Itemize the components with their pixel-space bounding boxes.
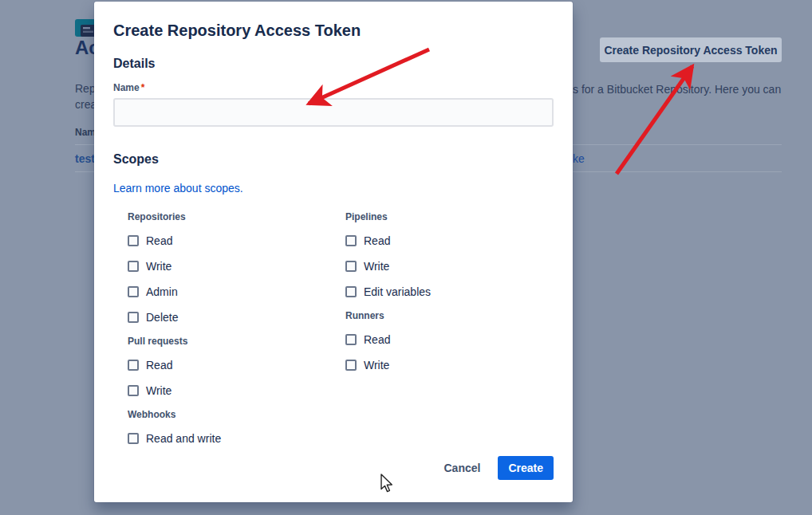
scope-checkbox-repositories-admin[interactable]: Admin — [128, 279, 345, 305]
name-label-text: Name — [113, 82, 140, 93]
scope-checkbox-repositories-delete[interactable]: Delete — [128, 305, 345, 330]
modal-title: Create Repository Access Token — [113, 21, 554, 40]
checkbox-icon[interactable] — [345, 286, 357, 297]
checkbox-icon[interactable] — [128, 261, 139, 272]
background-paragraph-right: s for a Bitbucket Repository. Here you c… — [573, 83, 781, 96]
scope-group-pull-requests: Pull requests — [128, 330, 345, 352]
background-paragraph-left-1: Rep — [75, 82, 96, 95]
scope-checkbox-runners-write[interactable]: Write — [345, 352, 554, 378]
scope-checkbox-webhooks-read-and-write[interactable]: Read and write — [128, 426, 345, 451]
scopes-column-left: Repositories Read Write Admin Delete Pul… — [128, 206, 345, 451]
scope-checkbox-runners-read[interactable]: Read — [345, 327, 554, 352]
checkbox-icon[interactable] — [345, 235, 357, 246]
background-token-link[interactable]: test — [75, 152, 95, 165]
scopes-grid: Repositories Read Write Admin Delete Pul… — [113, 206, 554, 451]
checkbox-icon[interactable] — [128, 385, 139, 396]
checkbox-icon[interactable] — [345, 334, 357, 345]
create-repository-access-token-modal: Create Repository Access Token Details N… — [94, 2, 573, 502]
scope-group-runners: Runners — [345, 305, 554, 327]
checkbox-icon[interactable] — [345, 261, 357, 272]
checkbox-icon[interactable] — [128, 360, 139, 371]
name-field-label: Name* — [113, 81, 554, 94]
access-token-card-icon — [75, 19, 96, 37]
scope-checkbox-pullrequests-read[interactable]: Read — [128, 352, 345, 378]
scopes-heading: Scopes — [113, 151, 554, 167]
background-revoke-link[interactable]: ke — [573, 152, 585, 165]
scope-checkbox-pipelines-write[interactable]: Write — [345, 254, 554, 279]
scope-checkbox-repositories-write[interactable]: Write — [128, 254, 345, 279]
scope-checkbox-pipelines-edit-variables[interactable]: Edit variables — [345, 279, 554, 305]
scope-checkbox-pipelines-read[interactable]: Read — [345, 228, 554, 254]
required-asterisk: * — [140, 82, 145, 93]
name-input[interactable] — [113, 98, 554, 127]
scope-checkbox-pullrequests-write[interactable]: Write — [128, 378, 345, 403]
details-heading: Details — [113, 56, 554, 72]
checkbox-icon[interactable] — [128, 433, 139, 444]
checkbox-icon[interactable] — [345, 360, 357, 371]
scope-checkbox-repositories-read[interactable]: Read — [128, 228, 345, 254]
cancel-button[interactable]: Cancel — [434, 457, 490, 479]
learn-more-scopes-link[interactable]: Learn more about scopes. — [113, 181, 243, 195]
create-button[interactable]: Create — [498, 456, 554, 480]
create-repository-access-token-button[interactable]: Create Repository Access Token — [600, 37, 782, 62]
background-table-header-name: Nam — [75, 127, 96, 138]
page-root: { "modal": { "title": "Create Repository… — [0, 0, 812, 515]
checkbox-icon[interactable] — [128, 312, 139, 323]
scope-group-repositories: Repositories — [128, 206, 345, 228]
scope-group-pipelines: Pipelines — [345, 206, 554, 228]
checkbox-icon[interactable] — [128, 286, 139, 297]
scope-group-webhooks: Webhooks — [128, 403, 345, 426]
checkbox-icon[interactable] — [128, 235, 139, 246]
modal-footer: Cancel Create — [434, 456, 554, 480]
scopes-column-right: Pipelines Read Write Edit variables Runn… — [345, 206, 554, 451]
